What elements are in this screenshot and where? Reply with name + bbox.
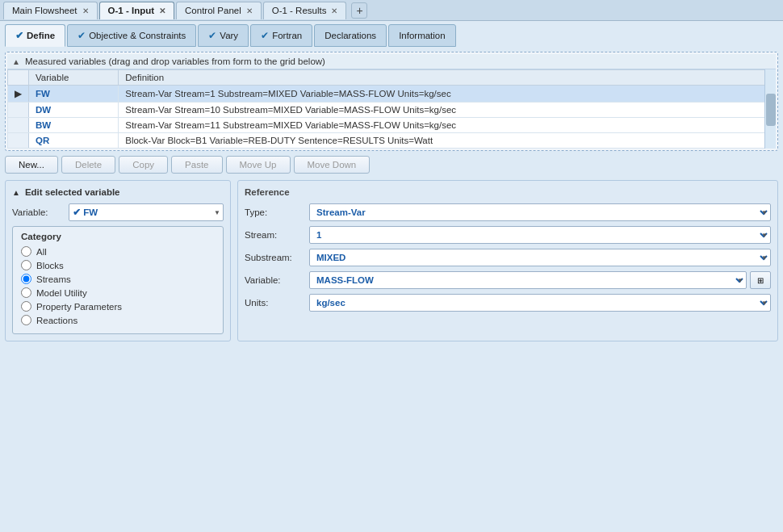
obj-check-icon: ✔	[77, 30, 86, 41]
units-select[interactable]: kg/sec	[309, 294, 771, 312]
tab-fortran[interactable]: ✔ Fortran	[250, 24, 312, 47]
radio-streams[interactable]	[21, 274, 31, 284]
row-selector-fw: ▶	[8, 86, 29, 103]
tab-main-flowsheet[interactable]: Main Flowsheet ✕	[3, 2, 98, 19]
edit-left-panel: ▲ Edit selected variable Variable: ✔ FW …	[5, 180, 231, 341]
table-row[interactable]: DW Stream-Var Stream=10 Substream=MIXED …	[8, 103, 776, 118]
paste-button[interactable]: Paste	[171, 156, 222, 174]
category-title: Category	[21, 232, 215, 241]
move-down-button[interactable]: Move Down	[294, 156, 371, 174]
panel-collapse-button[interactable]: ▲	[12, 57, 20, 66]
category-all-row[interactable]: All	[21, 246, 215, 257]
reference-panel: Reference Type: Stream-Var Stream: 1	[237, 180, 778, 341]
var-def-dw: Stream-Var Stream=10 Substream=MIXED Var…	[119, 103, 776, 118]
dw-link[interactable]: DW	[36, 105, 51, 115]
browse-variable-button[interactable]: ⊞	[750, 271, 771, 289]
table-row[interactable]: QR Block-Var Block=B1 Variable=REB-DUTY …	[8, 133, 776, 149]
tab-o1-input[interactable]: O-1 - Input ✕	[99, 2, 175, 19]
tab-main-flowsheet-label: Main Flowsheet	[12, 6, 77, 15]
substream-select[interactable]: MIXED	[309, 249, 771, 266]
ref-variable-select-wrapper: MASS-FLOW	[309, 271, 747, 289]
radio-property-params[interactable]	[21, 301, 31, 312]
scrollbar-thumb[interactable]	[766, 94, 776, 126]
var-name-qr[interactable]: QR	[29, 133, 119, 149]
tab-objective-constraints[interactable]: ✔ Objective & Constraints	[67, 24, 196, 47]
edit-title-label: Edit selected variable	[25, 187, 120, 197]
category-reactions-row[interactable]: Reactions	[21, 315, 215, 325]
var-name-fw[interactable]: FW	[29, 86, 119, 103]
row-selector-dw	[8, 103, 29, 118]
variable-select[interactable]: ✔ FW	[69, 203, 224, 221]
edit-collapse-button[interactable]: ▲	[12, 188, 20, 197]
category-model-utility-row[interactable]: Model Utility	[21, 287, 215, 298]
col-definition: Definition	[119, 70, 776, 86]
new-button[interactable]: New...	[5, 156, 58, 174]
variables-table-container: Variable Definition ▶ FW Stream-Var Stre…	[7, 69, 776, 149]
delete-button[interactable]: Delete	[61, 156, 115, 174]
ref-variable-select[interactable]: MASS-FLOW	[309, 271, 747, 289]
tab-declarations-label: Declarations	[325, 31, 376, 40]
edit-section: ▲ Edit selected variable Variable: ✔ FW …	[5, 180, 778, 341]
var-def-fw: Stream-Var Stream=1 Substream=MIXED Vari…	[119, 86, 776, 103]
qr-link[interactable]: QR	[36, 136, 49, 145]
radio-blocks[interactable]	[21, 260, 31, 270]
category-reactions-label: Reactions	[36, 316, 77, 325]
close-o1-results-icon[interactable]: ✕	[331, 6, 337, 15]
tab-declarations[interactable]: Declarations	[314, 24, 387, 47]
category-property-params-row[interactable]: Property Parameters	[21, 301, 215, 312]
tab-vary[interactable]: ✔ Vary	[198, 24, 249, 47]
substream-label: Substream:	[245, 253, 309, 262]
add-tab-button[interactable]: +	[351, 2, 367, 19]
row-selector-qr	[8, 133, 29, 149]
radio-model-utility[interactable]	[21, 287, 31, 298]
var-name-dw[interactable]: DW	[29, 103, 119, 118]
category-group: Category All Blocks Streams Model Utilit…	[12, 226, 224, 334]
vary-check-icon: ✔	[208, 30, 216, 41]
category-blocks-label: Blocks	[36, 261, 64, 270]
stream-select[interactable]: 1	[309, 226, 771, 244]
fortran-check-icon: ✔	[261, 30, 269, 41]
variable-field-label: Variable:	[12, 207, 69, 217]
radio-reactions[interactable]	[21, 315, 31, 325]
type-select-wrapper: Stream-Var	[309, 203, 771, 221]
table-scrollbar[interactable]	[764, 69, 776, 149]
copy-button[interactable]: Copy	[119, 156, 168, 174]
tab-information[interactable]: Information	[388, 24, 456, 47]
tab-o1-results[interactable]: O-1 - Results ✕	[263, 2, 347, 19]
close-o1-input-icon[interactable]: ✕	[159, 6, 165, 15]
move-up-button[interactable]: Move Up	[226, 156, 291, 174]
panel-header: ▲ Measured variables (drag and drop vari…	[7, 54, 776, 69]
tab-control-panel[interactable]: Control Panel ✕	[176, 2, 262, 19]
tab-define[interactable]: ✔ Define	[5, 24, 65, 47]
radio-all[interactable]	[21, 246, 31, 257]
var-name-bw[interactable]: BW	[29, 118, 119, 133]
define-check-icon: ✔	[15, 30, 23, 41]
table-row[interactable]: ▶ FW Stream-Var Stream=1 Substream=MIXED…	[8, 86, 776, 103]
category-all-label: All	[36, 247, 47, 257]
close-control-panel-icon[interactable]: ✕	[246, 6, 253, 15]
category-blocks-row[interactable]: Blocks	[21, 260, 215, 270]
tab-information-label: Information	[399, 31, 446, 40]
top-tab-bar: Main Flowsheet ✕ O-1 - Input ✕ Control P…	[0, 0, 783, 21]
type-select[interactable]: Stream-Var	[309, 203, 771, 221]
table-row[interactable]: BW Stream-Var Stream=11 Substream=MIXED …	[8, 118, 776, 133]
category-streams-label: Streams	[36, 274, 71, 284]
fw-link[interactable]: FW	[36, 89, 50, 98]
main-content: ✔ Define ✔ Objective & Constraints ✔ Var…	[0, 21, 783, 532]
browse-icon: ⊞	[757, 276, 764, 285]
units-select-wrapper: kg/sec	[309, 294, 771, 312]
var-def-qr: Block-Var Block=B1 Variable=REB-DUTY Sen…	[119, 133, 776, 149]
secondary-tab-bar: ✔ Define ✔ Objective & Constraints ✔ Var…	[5, 24, 778, 47]
action-toolbar: New... Delete Copy Paste Move Up Move Do…	[5, 156, 778, 174]
reference-title: Reference	[245, 187, 771, 197]
tab-fortran-label: Fortran	[272, 31, 302, 40]
measured-variables-panel: ▲ Measured variables (drag and drop vari…	[5, 52, 778, 151]
category-streams-row[interactable]: Streams	[21, 274, 215, 284]
stream-label: Stream:	[245, 230, 309, 240]
tab-control-panel-label: Control Panel	[185, 6, 241, 15]
ref-variable-label: Variable:	[245, 275, 309, 285]
close-main-flowsheet-icon[interactable]: ✕	[82, 6, 89, 15]
row-selector-bw	[8, 118, 29, 133]
tab-o1-results-label: O-1 - Results	[272, 6, 327, 15]
bw-link[interactable]: BW	[36, 120, 51, 130]
